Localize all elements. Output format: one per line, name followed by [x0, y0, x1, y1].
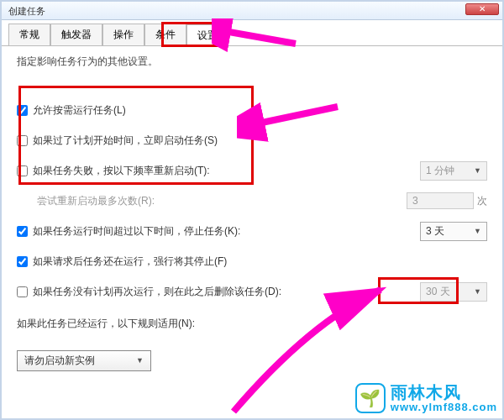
- if-running-label: 如果此任务已经运行，以下规则适用(N):: [17, 317, 195, 331]
- allow-on-demand-checkbox[interactable]: [17, 105, 28, 116]
- row-force-stop: 如果请求后任务还在运行，强行将其停止(F): [17, 247, 487, 276]
- row-if-running-select: 请勿启动新实例 ▼: [17, 346, 487, 375]
- delete-if-not-scheduled-checkbox[interactable]: [17, 286, 28, 297]
- chevron-down-icon: ▼: [136, 356, 144, 365]
- row-allow-on-demand: 允许按需运行任务(L): [17, 96, 487, 124]
- select-value: 1 分钟: [426, 164, 454, 178]
- stop-if-longer-label[interactable]: 如果任务运行时间超过以下时间，停止任务(K):: [17, 224, 240, 239]
- tab-bar: 常规 触发器 操作 条件 设置: [2, 20, 502, 46]
- window-close-button[interactable]: ✕: [465, 3, 499, 15]
- tab-label: 常规: [19, 29, 39, 40]
- tab-label: 操作: [113, 29, 134, 40]
- window-titlebar: 创建任务 ✕: [2, 2, 502, 20]
- run-if-missed-checkbox[interactable]: [17, 135, 28, 146]
- label-text: 如果任务运行时间超过以下时间，停止任务(K):: [33, 224, 240, 239]
- delete-if-not-scheduled-label[interactable]: 如果任务没有计划再次运行，则在此之后删除该任务(D):: [17, 285, 281, 299]
- select-value: 请勿启动新实例: [24, 354, 95, 368]
- row-run-if-missed: 如果过了计划开始时间，立即启动任务(S): [17, 126, 487, 155]
- stop-if-longer-checkbox[interactable]: [17, 226, 28, 237]
- label-text: 如果请求后任务还在运行，强行将其停止(F): [33, 255, 227, 269]
- sprout-icon: 🌱: [360, 388, 381, 408]
- row-restart-on-fail: 如果任务失败，按以下频率重新启动(T): 1 分钟 ▼: [17, 156, 487, 185]
- restart-attempts-input[interactable]: 3: [407, 192, 474, 209]
- restart-attempts-label: 尝试重新启动最多次数(R):: [37, 194, 155, 208]
- select-value: 3 天: [426, 224, 444, 239]
- delete-after-select[interactable]: 30 天 ▼: [420, 282, 487, 302]
- tab-settings[interactable]: 设置: [186, 24, 228, 46]
- chevron-down-icon: ▼: [474, 287, 481, 296]
- label-text: 允许按需运行任务(L): [33, 103, 126, 118]
- tab-label: 设置: [197, 29, 218, 41]
- restart-on-fail-checkbox[interactable]: [17, 165, 28, 176]
- allow-on-demand-label[interactable]: 允许按需运行任务(L): [17, 103, 126, 118]
- chevron-down-icon: ▼: [474, 166, 481, 175]
- row-if-already-running: 如果此任务已经运行，以下规则适用(N):: [17, 309, 487, 338]
- stop-duration-select[interactable]: 3 天 ▼: [420, 222, 487, 241]
- row-stop-if-longer: 如果任务运行时间超过以下时间，停止任务(K): 3 天 ▼: [17, 217, 487, 245]
- close-icon: ✕: [479, 4, 486, 13]
- settings-panel: 指定影响任务行为的其他设置。 允许按需运行任务(L) 如果过了计划开始时间，立即…: [2, 46, 502, 385]
- brand-name: 雨林木风: [391, 383, 497, 402]
- attempts-suffix: 次: [477, 194, 487, 208]
- force-stop-label[interactable]: 如果请求后任务还在运行，强行将其停止(F): [17, 255, 227, 269]
- tab-label: 条件: [155, 29, 176, 40]
- restart-on-fail-label[interactable]: 如果任务失败，按以下频率重新启动(T):: [17, 164, 210, 178]
- brand-url: www.ylmf888.com: [391, 402, 497, 413]
- window-title: 创建任务: [8, 6, 45, 16]
- label-text: 如果任务没有计划再次运行，则在此之后删除该任务(D):: [33, 285, 281, 299]
- row-restart-attempts: 尝试重新启动最多次数(R): 3 次: [17, 186, 487, 215]
- restart-interval-select[interactable]: 1 分钟 ▼: [420, 161, 487, 181]
- if-running-rule-select[interactable]: 请勿启动新实例 ▼: [17, 350, 151, 371]
- panel-subtitle: 指定影响任务行为的其他设置。: [17, 55, 487, 69]
- force-stop-checkbox[interactable]: [17, 256, 28, 267]
- run-if-missed-label[interactable]: 如果过了计划开始时间，立即启动任务(S): [17, 134, 218, 148]
- tab-general[interactable]: 常规: [8, 24, 50, 45]
- label-text: 如果任务失败，按以下频率重新启动(T):: [33, 164, 210, 178]
- input-value: 3: [412, 195, 418, 207]
- tab-conditions[interactable]: 条件: [144, 24, 186, 45]
- brand-logo: 🌱: [355, 383, 386, 413]
- label-text: 如果过了计划开始时间，立即启动任务(S): [33, 134, 218, 148]
- select-value: 30 天: [426, 285, 450, 299]
- tab-actions[interactable]: 操作: [102, 24, 144, 45]
- watermark-branding: 🌱 雨林木风 www.ylmf888.com: [355, 383, 497, 413]
- tab-triggers[interactable]: 触发器: [50, 24, 102, 45]
- tab-label: 触发器: [61, 29, 92, 40]
- chevron-down-icon: ▼: [474, 227, 481, 235]
- row-delete-if-not-scheduled: 如果任务没有计划再次运行，则在此之后删除该任务(D): 30 天 ▼: [17, 277, 487, 306]
